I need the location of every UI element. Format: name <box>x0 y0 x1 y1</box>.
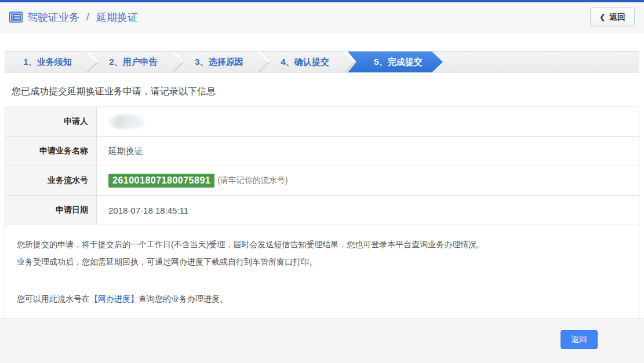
applicant-label: 申请人 <box>5 107 97 136</box>
chevron-left-icon: ❮ <box>599 13 606 21</box>
applicant-value <box>97 107 639 136</box>
step-3-select-reason: 3、选择原因 <box>176 52 262 72</box>
back-button-top[interactable]: ❮ 返回 <box>590 8 635 27</box>
step-4-confirm-submit: 4、确认提交 <box>262 52 348 72</box>
progress-query-line: 您可以用此流水号在【网办进度】查询您的业务办理进度。 <box>17 290 627 307</box>
footer-bar: 返回 <box>0 318 644 363</box>
success-message: 您已成功提交延期换证业务申请，请记录以下信息 <box>12 86 644 98</box>
step-progress-bar: 1、业务须知 2、用户申告 3、选择原因 4、确认提交 5、完成提交 <box>5 51 639 73</box>
step-5-complete-submit-active: 5、完成提交 <box>348 52 443 72</box>
back-button-top-label: 返回 <box>609 12 625 23</box>
result-info-box: 申请人 申请业务名称 延期换证 业务流水号 261001807180075891… <box>5 107 639 322</box>
note-line-1: 您所提交的申请，将于提交后的一个工作日(不含当天)受理，届时会发送短信告知受理结… <box>17 236 627 253</box>
page-title-secondary: 延期换证 <box>96 10 138 24</box>
notes-section: 您所提交的申请，将于提交后的一个工作日(不含当天)受理，届时会发送短信告知受理结… <box>5 225 639 321</box>
title-separator: / <box>86 11 89 23</box>
progress-line-suffix: 查询您的业务办理进度。 <box>139 294 228 303</box>
list-icon <box>9 12 23 23</box>
online-progress-link[interactable]: 【网办进度】 <box>90 294 139 303</box>
table-row-applicant: 申请人 <box>5 107 639 137</box>
note-line-2: 业务受理成功后，您如需延期回执，可通过网办进度下载或自行到车管所窗口打印。 <box>17 253 627 270</box>
serial-number-value: 261001807180075891 (请牢记你的流水号) <box>97 166 639 195</box>
progress-line-prefix: 您可以用此流水号在 <box>17 294 90 303</box>
step-2-user-declaration: 2、用户申告 <box>90 52 176 72</box>
back-button-bottom[interactable]: 返回 <box>561 330 598 349</box>
serial-number-note: (请牢记你的流水号) <box>217 175 288 186</box>
table-row-business-name: 申请业务名称 延期换证 <box>5 137 639 166</box>
apply-date-label: 申请日期 <box>5 196 97 225</box>
serial-number-badge: 261001807180075891 <box>108 174 214 188</box>
page-header: 驾驶证业务 / 延期换证 ❮ 返回 <box>0 2 644 32</box>
page-title-primary: 驾驶证业务 <box>27 10 79 24</box>
business-name-value: 延期换证 <box>97 137 639 166</box>
step-1-business-notice: 1、业务须知 <box>5 52 90 72</box>
redacted-name-blur <box>108 115 144 129</box>
table-row-apply-date: 申请日期 2018-07-18 18:45:11 <box>5 196 639 225</box>
apply-date-value: 2018-07-18 18:45:11 <box>97 196 639 225</box>
serial-number-label: 业务流水号 <box>5 166 97 195</box>
table-row-serial-number: 业务流水号 261001807180075891 (请牢记你的流水号) <box>5 166 639 196</box>
business-name-label: 申请业务名称 <box>5 137 97 166</box>
